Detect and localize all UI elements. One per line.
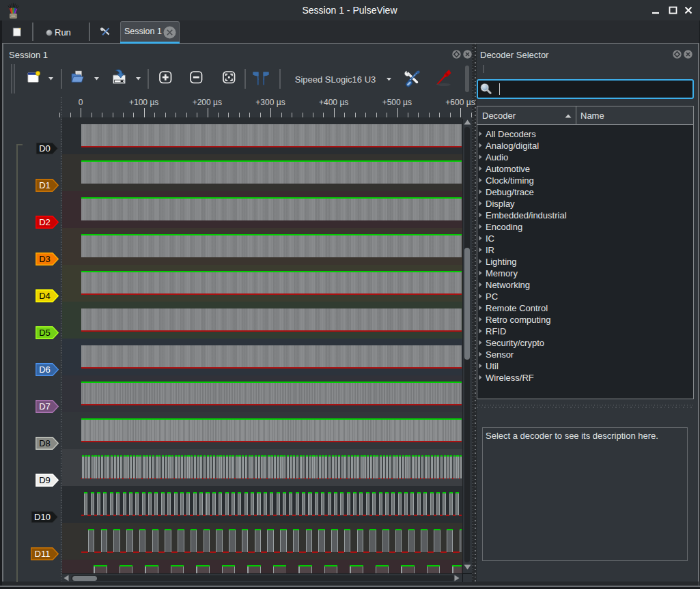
svg-text:D5: D5 bbox=[39, 328, 51, 338]
svg-text:D4: D4 bbox=[39, 291, 51, 301]
svg-text:D1: D1 bbox=[39, 180, 51, 190]
svg-text:D10: D10 bbox=[34, 512, 51, 522]
svg-text:D7: D7 bbox=[39, 401, 51, 412]
svg-text:D2: D2 bbox=[39, 217, 51, 227]
svg-text:D6: D6 bbox=[39, 364, 51, 375]
svg-text:D11: D11 bbox=[35, 549, 51, 559]
svg-text:D3: D3 bbox=[39, 254, 51, 264]
svg-text:D0: D0 bbox=[39, 143, 51, 154]
svg-text:D8: D8 bbox=[39, 438, 51, 448]
svg-text:D9: D9 bbox=[39, 475, 51, 485]
